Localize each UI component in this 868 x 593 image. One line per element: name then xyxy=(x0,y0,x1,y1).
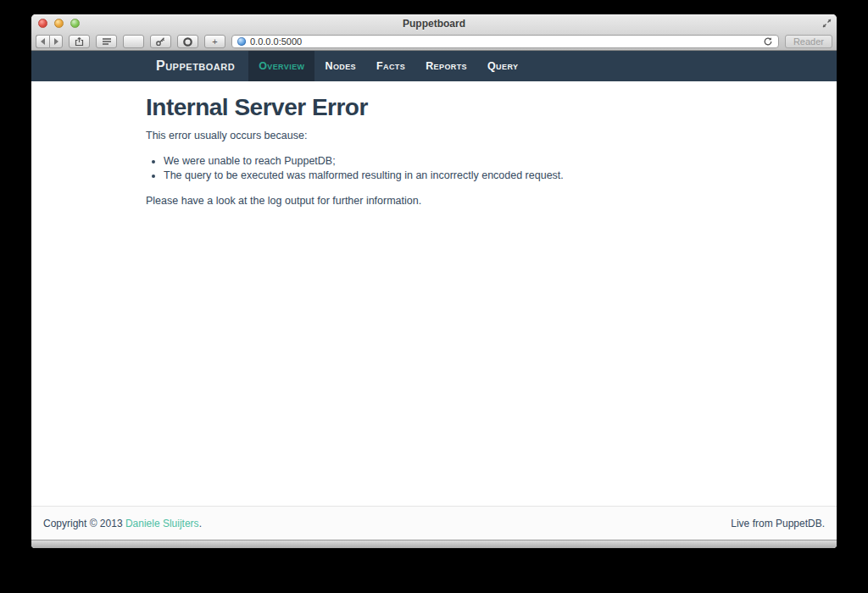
share-button[interactable] xyxy=(69,35,90,48)
nav-item-nodes[interactable]: Nodes xyxy=(314,51,366,81)
nav-item-query[interactable]: Query xyxy=(477,51,528,81)
app-navbar: Puppetboard Overview Nodes Facts Reports… xyxy=(31,51,837,81)
traffic-lights xyxy=(38,19,80,28)
keychain-button[interactable] xyxy=(150,35,171,48)
page-title: Internal Server Error xyxy=(146,94,722,121)
nav-item-reports[interactable]: Reports xyxy=(415,51,477,81)
desktop-background: Puppetboard xyxy=(0,0,868,593)
key-icon xyxy=(155,36,166,47)
ring-icon xyxy=(182,36,193,47)
navbar-container: Puppetboard Overview Nodes Facts Reports… xyxy=(146,51,722,81)
copyright-text: Copyright © 2013 Daniele Sluijters. xyxy=(43,518,202,529)
live-from-puppetdb-text: Live from PuppetDB. xyxy=(731,518,825,529)
error-cause-list: We were unable to reach PuppetDB; The qu… xyxy=(146,155,722,183)
history-nav-group xyxy=(36,35,63,48)
window-title: Puppetboard xyxy=(31,18,837,30)
list-item: We were unable to reach PuppetDB; xyxy=(164,155,722,168)
copyright-suffix: . xyxy=(199,518,202,529)
error-intro-text: This error usually occurs because: xyxy=(146,130,722,143)
fullscreen-icon[interactable] xyxy=(822,19,832,28)
new-tab-button[interactable]: + xyxy=(204,35,225,48)
forward-button[interactable] xyxy=(49,35,63,48)
reading-list-button[interactable] xyxy=(96,35,117,48)
back-button[interactable] xyxy=(36,35,49,48)
new-tab-icon: + xyxy=(212,37,217,47)
nav-item-facts[interactable]: Facts xyxy=(366,51,415,81)
browser-titlebar[interactable]: Puppetboard xyxy=(31,14,837,33)
url-bar[interactable]: 0.0.0.0:5000 xyxy=(231,35,779,48)
window-bottom-bar xyxy=(31,540,837,548)
copyright-prefix: Copyright © 2013 xyxy=(43,518,125,529)
page-content: Internal Server Error This error usually… xyxy=(31,81,837,506)
list-item: The query to be executed was malformed r… xyxy=(164,169,722,182)
author-link[interactable]: Daniele Sluijters xyxy=(125,518,199,529)
zoom-icon[interactable] xyxy=(70,19,80,28)
extension-button[interactable] xyxy=(177,35,198,48)
error-outro-text: Please have a look at the log output for… xyxy=(146,195,722,208)
close-icon[interactable] xyxy=(38,19,47,28)
globe-icon xyxy=(237,37,246,46)
reload-button[interactable] xyxy=(763,36,773,47)
blank-toolbar-button[interactable] xyxy=(123,35,144,48)
url-text: 0.0.0.0:5000 xyxy=(250,36,759,47)
share-icon xyxy=(74,36,85,47)
brand-puppetboard[interactable]: Puppetboard xyxy=(146,51,247,81)
reload-icon xyxy=(763,36,773,47)
browser-toolbar: + 0.0.0.0:5000 Reader xyxy=(31,33,837,51)
back-icon xyxy=(41,38,45,45)
forward-icon xyxy=(54,38,58,45)
browser-window: Puppetboard xyxy=(31,14,837,548)
page-footer: Copyright © 2013 Daniele Sluijters. Live… xyxy=(31,506,837,540)
reader-button[interactable]: Reader xyxy=(785,35,832,48)
nav-item-overview[interactable]: Overview xyxy=(248,51,314,81)
reading-list-icon xyxy=(102,37,112,46)
minimize-icon[interactable] xyxy=(54,19,64,28)
